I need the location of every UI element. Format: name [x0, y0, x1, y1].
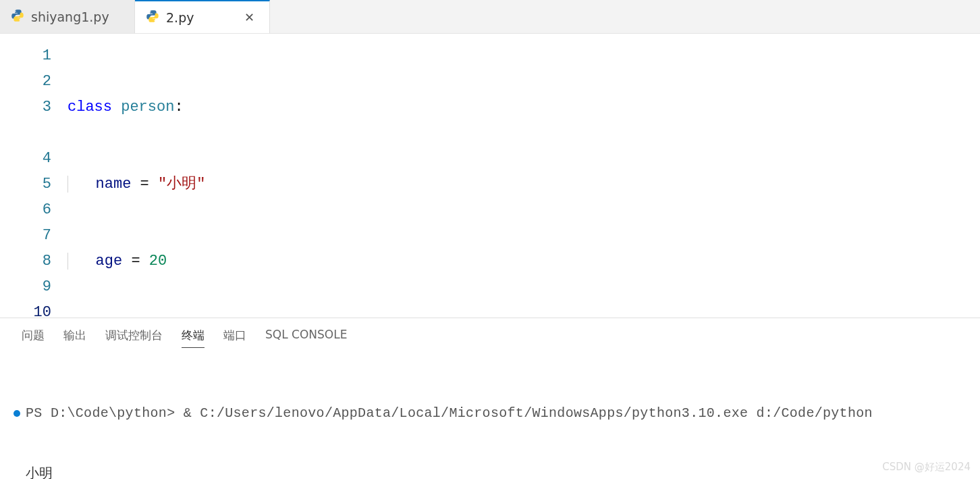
terminal-active-indicator-icon	[13, 410, 20, 417]
line-number: 6	[0, 197, 51, 223]
panel-tab-problems[interactable]: 问题	[22, 328, 45, 348]
svg-point-3	[154, 20, 155, 21]
panel-tab-debug-console[interactable]: 调试控制台	[105, 328, 163, 348]
watermark: CSDN @好运2024	[882, 461, 971, 474]
panel-tab-sql-console[interactable]: SQL CONSOLE	[265, 328, 347, 348]
number-literal: 20	[149, 253, 167, 270]
panel-tab-bar: 问题 输出 调试控制台 终端 端口 SQL CONSOLE	[0, 318, 980, 353]
close-icon[interactable]: ✕	[240, 9, 258, 26]
terminal-panel[interactable]: PS D:\Code\python> & C:/Users/lenovo/App…	[0, 353, 980, 479]
python-icon	[146, 9, 159, 26]
code-editor[interactable]: 1 2 3 4 5 6 7 8 9 10 class person: name …	[0, 34, 980, 318]
svg-point-0	[15, 10, 16, 11]
variable: name	[96, 176, 132, 193]
python-icon	[11, 9, 24, 25]
class-name: person	[121, 99, 174, 116]
keyword: class	[67, 99, 112, 116]
line-number: 4	[0, 146, 51, 172]
terminal-command: & C:/Users/lenovo/AppData/Local/Microsof…	[184, 403, 873, 424]
line-number: 3	[0, 95, 51, 120]
variable: age	[96, 253, 123, 270]
editor-tab-bar: shiyang1.py 2.py ✕	[0, 0, 980, 34]
line-number: 7	[0, 223, 51, 249]
line-number: 2	[0, 69, 51, 95]
svg-point-1	[19, 19, 20, 20]
code-content[interactable]: class person: name = "小明" age = 20 函数注释 …	[67, 34, 980, 318]
line-number: 8	[0, 249, 51, 274]
line-number: 1	[0, 43, 51, 69]
terminal-prompt: PS D:\Code\python>	[26, 403, 184, 424]
panel-tab-ports[interactable]: 端口	[223, 328, 246, 348]
string-literal: "小明"	[158, 176, 205, 193]
line-number: 9	[0, 274, 51, 300]
panel-tab-terminal[interactable]: 终端	[182, 328, 205, 348]
panel-tab-output[interactable]: 输出	[63, 328, 86, 348]
line-number: 10	[0, 300, 51, 318]
tab-label: 2.py	[166, 10, 234, 25]
tab-shiyang1[interactable]: shiyang1.py	[0, 0, 135, 33]
line-number: 5	[0, 172, 51, 197]
line-number-gutter: 1 2 3 4 5 6 7 8 9 10	[0, 34, 67, 318]
tab-label: shiyang1.py	[31, 9, 124, 24]
tab-2py[interactable]: 2.py ✕	[135, 0, 270, 33]
svg-point-2	[150, 11, 151, 12]
terminal-output: 小明	[26, 464, 53, 479]
